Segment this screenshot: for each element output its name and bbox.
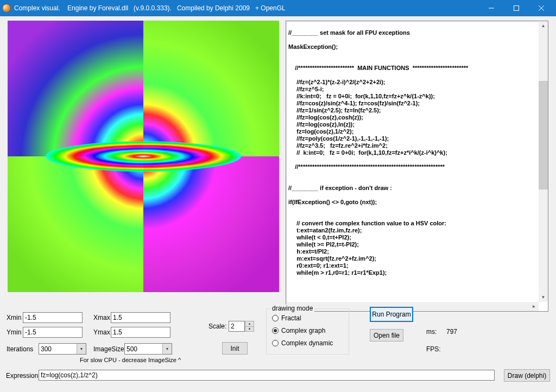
iterations-label: Iterations <box>7 345 33 353</box>
render-canvas <box>8 21 279 292</box>
window-title: Complex visual. Engine by Foreval.dll (v… <box>14 4 479 12</box>
drawing-mode-group: drawing mode Fractal Complex graph Compl… <box>266 308 349 355</box>
draw-button[interactable]: Draw (delphi) <box>504 369 550 382</box>
svg-rect-6 <box>8 156 143 292</box>
svg-point-8 <box>46 141 241 172</box>
open-file-button[interactable]: Open file <box>370 329 403 342</box>
svg-rect-5 <box>143 21 279 156</box>
spin-down-icon[interactable]: ▼ <box>245 327 254 332</box>
xmin-input[interactable] <box>23 312 83 323</box>
iterations-combo[interactable]: 300▼ <box>39 343 86 355</box>
ymin-label: Ymin <box>7 328 21 336</box>
svg-rect-7 <box>143 156 279 292</box>
scale-spinner[interactable]: ▲▼ <box>245 321 254 332</box>
scroll-down-icon[interactable]: ▼ <box>539 293 548 302</box>
chevron-down-icon[interactable]: ▼ <box>77 344 86 354</box>
radio-complex-dynamic[interactable]: Complex dynamic <box>272 339 333 347</box>
ymax-label: Ymax <box>93 328 110 336</box>
imagesize-combo[interactable]: 500▼ <box>124 343 172 355</box>
spin-up-icon[interactable]: ▲ <box>245 321 254 327</box>
chevron-down-icon[interactable]: ▼ <box>162 344 172 354</box>
scroll-up-icon[interactable]: ▲ <box>539 21 548 30</box>
ms-label: ms: <box>426 328 437 336</box>
vertical-scrollbar[interactable]: ▲ ▼ <box>539 21 548 302</box>
init-button[interactable]: Init <box>222 342 248 355</box>
scroll-thumb[interactable] <box>539 81 548 189</box>
radio-fractal[interactable]: Fractal <box>272 314 301 322</box>
drawing-mode-legend: drawing mode <box>270 305 314 312</box>
expression-input[interactable] <box>39 370 495 381</box>
minimize-button[interactable] <box>479 0 504 16</box>
scroll-right-icon[interactable]: ► <box>529 302 539 311</box>
svg-rect-1 <box>514 6 519 11</box>
ymax-input[interactable] <box>111 327 170 338</box>
expression-label: Expression: <box>6 372 40 380</box>
scale-input[interactable] <box>229 321 245 332</box>
fps-label: FPS: <box>426 345 441 353</box>
imagesize-label: ImageSize: <box>93 345 126 353</box>
app-icon <box>2 4 11 12</box>
xmax-label: Xmax <box>93 314 110 321</box>
close-button[interactable] <box>529 0 554 16</box>
run-program-button[interactable]: Run Program <box>370 307 413 322</box>
ymin-input[interactable] <box>23 327 83 338</box>
titlebar: Complex visual. Engine by Foreval.dll (v… <box>0 0 556 16</box>
ms-value: 797 <box>446 328 457 336</box>
cpu-hint: For slow CPU - decrease ImageSize ^ <box>80 357 181 363</box>
xmin-label: Xmin <box>7 314 21 321</box>
code-editor[interactable]: //________ set mask for all FPU exceptio… <box>286 21 548 312</box>
code-text[interactable]: //________ set mask for all FPU exceptio… <box>288 22 537 300</box>
xmax-input[interactable] <box>111 312 170 323</box>
scale-label: Scale: <box>208 323 226 330</box>
radio-complex-graph[interactable]: Complex graph <box>272 327 325 334</box>
maximize-button[interactable] <box>504 0 529 16</box>
svg-rect-4 <box>8 21 143 156</box>
